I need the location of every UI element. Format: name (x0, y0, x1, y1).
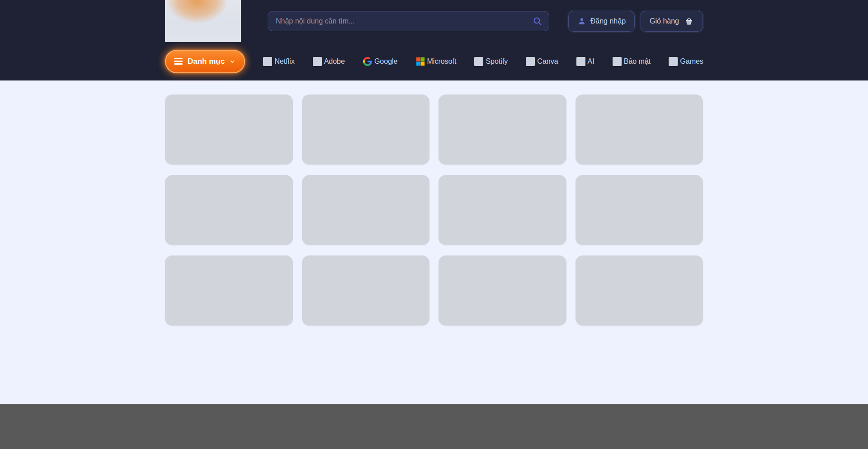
broken-image-placeholder-icon (313, 57, 322, 66)
broken-image-placeholder-icon (576, 57, 585, 66)
nav-items: Netflix Adobe Google Microsoft Spotify C… (263, 57, 703, 66)
product-card-placeholder[interactable] (165, 255, 293, 326)
login-label: Đăng nhập (590, 17, 626, 25)
nav-item-label: Netflix (274, 57, 294, 66)
product-card-placeholder[interactable] (439, 175, 566, 245)
google-logo-icon (363, 57, 372, 66)
product-card-placeholder[interactable] (576, 175, 703, 245)
broken-image-placeholder-icon (669, 57, 678, 66)
nav-item-games[interactable]: Games (669, 57, 703, 66)
nav-item-label: Microsoft (427, 57, 457, 66)
nav-item-google[interactable]: Google (363, 57, 398, 66)
broken-image-placeholder-icon (613, 57, 622, 66)
product-card-placeholder[interactable] (439, 255, 566, 326)
nav-item-canva[interactable]: Canva (526, 57, 558, 66)
nav-item-ai[interactable]: AI (576, 57, 594, 66)
search-input[interactable] (268, 11, 549, 31)
nav-item-label: Games (680, 57, 703, 66)
cart-button[interactable]: Giỏ hàng (641, 11, 703, 32)
nav-item-label: AI (588, 57, 594, 66)
microsoft-logo-icon (416, 57, 425, 66)
nav-item-spotify[interactable]: Spotify (474, 57, 508, 66)
broken-image-placeholder-icon (263, 57, 272, 66)
header-top-row: Đăng nhập Giỏ hàng (165, 0, 703, 42)
nav-item-label: Google (374, 57, 398, 66)
product-card-placeholder[interactable] (165, 175, 293, 245)
product-card-placeholder[interactable] (165, 95, 293, 165)
chevron-down-icon (230, 59, 235, 64)
product-card-placeholder[interactable] (302, 95, 430, 165)
nav-item-adobe[interactable]: Adobe (313, 57, 345, 66)
category-nav: Danh mục Netflix Adobe Google Microsoft … (165, 42, 703, 80)
nav-item-netflix[interactable]: Netflix (263, 57, 294, 66)
broken-image-placeholder-icon (526, 57, 535, 66)
categories-label: Danh mục (188, 57, 225, 66)
product-card-placeholder[interactable] (576, 255, 703, 326)
product-card-placeholder[interactable] (576, 95, 703, 165)
nav-item-label: Spotify (486, 57, 508, 66)
nav-item-bao-mat[interactable]: Bảo mật (613, 57, 651, 66)
site-header: Đăng nhập Giỏ hàng Danh mục (0, 0, 868, 80)
footer (0, 404, 868, 449)
product-card-placeholder[interactable] (302, 255, 430, 326)
nav-item-label: Bảo mật (624, 57, 651, 66)
broken-image-placeholder-icon (474, 57, 483, 66)
user-icon (577, 17, 586, 26)
cart-label: Giỏ hàng (650, 17, 679, 25)
nav-item-label: Adobe (324, 57, 345, 66)
categories-menu-button[interactable]: Danh mục (165, 50, 245, 73)
menu-icon (174, 58, 183, 65)
nav-item-microsoft[interactable]: Microsoft (416, 57, 457, 66)
search-bar (268, 11, 549, 31)
product-card-grid (165, 95, 703, 326)
product-card-placeholder[interactable] (302, 175, 430, 245)
main-content (0, 80, 868, 404)
nav-item-label: Canva (537, 57, 558, 66)
basket-icon (684, 16, 694, 26)
product-card-placeholder[interactable] (439, 95, 566, 165)
store-logo[interactable] (165, 0, 241, 42)
login-button[interactable]: Đăng nhập (568, 11, 635, 32)
search-icon[interactable] (533, 16, 542, 26)
